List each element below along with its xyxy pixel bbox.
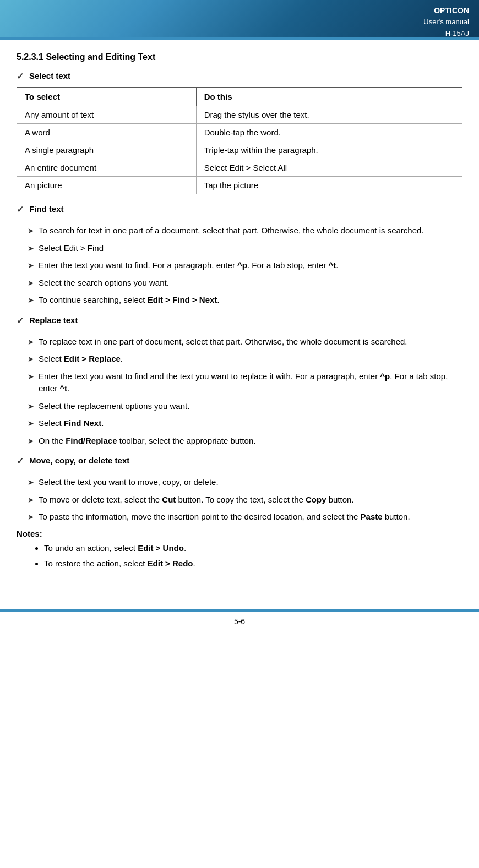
select-table: To select Do this Any amount of textDrag… (17, 87, 462, 194)
select-text-label: Select text (29, 71, 70, 80)
find-text-heading-wrapper: ✓ Find text (17, 204, 462, 215)
replace-text-heading-wrapper: ✓ Replace text (17, 315, 462, 326)
list-item: ➤To move or delete text, select the Cut … (28, 494, 462, 506)
find-text-label: Find text (29, 204, 64, 214)
select-text-heading: ✓ Select text (17, 71, 462, 81)
arrow-icon: ➤ (28, 243, 34, 254)
brand-name: OPTICON (423, 4, 469, 17)
table-cell-col1: A word (17, 124, 197, 141)
list-item: ➤Select the text you want to move, copy,… (28, 476, 462, 489)
table-cell-col2: Drag the stylus over the text. (196, 106, 462, 124)
table-header-col2: Do this (196, 88, 462, 106)
list-item-text: Select Edit > Replace. (39, 353, 123, 365)
table-cell-col2: Double-tap the word. (196, 124, 462, 141)
table-cell-col1: An entire document (17, 159, 197, 177)
table-row: A wordDouble-tap the word. (17, 124, 462, 141)
table-cell-col1: Any amount of text (17, 106, 197, 124)
move-copy-list: ➤Select the text you want to move, copy,… (17, 476, 462, 523)
main-content: 5.2.3.1 Selecting and Editing Text ✓ Sel… (0, 40, 479, 592)
table-cell-col2: Triple-tap within the paragraph. (196, 141, 462, 159)
list-item: ➤Select Edit > Replace. (28, 353, 462, 365)
header-background (0, 0, 479, 37)
arrow-icon: ➤ (28, 294, 34, 306)
arrow-icon: ➤ (28, 336, 34, 348)
list-item-text: Select the text you want to move, copy, … (39, 476, 219, 489)
table-cell-col2: Tap the picture (196, 177, 462, 194)
table-row: An pictureTap the picture (17, 177, 462, 194)
replace-text-label: Replace text (29, 315, 78, 325)
checkmark-icon: ✓ (17, 71, 24, 81)
table-row: An entire documentSelect Edit > Select A… (17, 159, 462, 177)
checkmark-find-icon: ✓ (17, 204, 24, 215)
list-item-text: To continue searching, select Edit > Fin… (39, 294, 219, 307)
list-item: ➤To paste the information, move the inse… (28, 511, 462, 523)
list-item-text: Select the search options you want. (39, 277, 169, 290)
table-row: A single paragraphTriple-tap within the … (17, 141, 462, 159)
table-cell-col1: An picture (17, 177, 197, 194)
list-item-text: Enter the text you want to find. For a p… (39, 259, 339, 272)
model-label: H-15AJ (423, 28, 469, 37)
notes-label: Notes: (17, 529, 462, 538)
list-item: ➤Select the replacement options you want… (28, 400, 462, 413)
checkmark-move-icon: ✓ (17, 456, 24, 466)
table-cell-col2: Select Edit > Select All (196, 159, 462, 177)
list-item-text: To paste the information, move the inser… (39, 511, 410, 523)
note-item: To restore the action, select Edit > Red… (44, 557, 462, 570)
list-item-text: Enter the text you want to find and the … (39, 370, 462, 395)
arrow-icon: ➤ (28, 225, 34, 237)
list-item-text: To move or delete text, select the Cut b… (39, 494, 354, 506)
arrow-icon: ➤ (28, 511, 34, 523)
arrow-icon: ➤ (28, 260, 34, 271)
arrow-icon: ➤ (28, 477, 34, 488)
arrow-icon: ➤ (28, 494, 34, 506)
list-item: ➤Select the search options you want. (28, 277, 462, 290)
note-item: To undo an action, select Edit > Undo. (44, 542, 462, 555)
list-item-text: On the Find/Replace toolbar, select the … (39, 435, 255, 447)
move-copy-heading-wrapper: ✓ Move, copy, or delete text (17, 456, 462, 466)
arrow-icon: ➤ (28, 353, 34, 365)
list-item-text: Select the replacement options you want. (39, 400, 189, 413)
list-item-text: Select Find Next. (39, 417, 104, 430)
list-item: ➤To replace text in one part of document… (28, 336, 462, 348)
list-item: ➤On the Find/Replace toolbar, select the… (28, 435, 462, 447)
notes-list: To undo an action, select Edit > Undo.To… (17, 542, 462, 570)
list-item: ➤Enter the text you want to find and the… (28, 370, 462, 395)
arrow-icon: ➤ (28, 401, 34, 412)
table-header-col1: To select (17, 88, 197, 106)
find-text-list: ➤To search for text in one part of a doc… (17, 225, 462, 307)
list-item: ➤Enter the text you want to find. For a … (28, 259, 462, 272)
manual-label: User's manual (423, 17, 469, 28)
list-item-text: To search for text in one part of a docu… (39, 225, 424, 237)
table-cell-col1: A single paragraph (17, 141, 197, 159)
footer-page-number: 5-6 (0, 612, 479, 634)
table-row: Any amount of textDrag the stylus over t… (17, 106, 462, 124)
arrow-icon: ➤ (28, 418, 34, 429)
list-item: ➤To continue searching, select Edit > Fi… (28, 294, 462, 307)
page-header: OPTICON User's manual H-15AJ (0, 0, 479, 37)
arrow-icon: ➤ (28, 435, 34, 447)
list-item: ➤To search for text in one part of a doc… (28, 225, 462, 237)
replace-text-list: ➤To replace text in one part of document… (17, 336, 462, 447)
header-info: OPTICON User's manual H-15AJ (423, 4, 469, 37)
arrow-icon: ➤ (28, 277, 34, 289)
list-item: ➤Select Find Next. (28, 417, 462, 430)
list-item: ➤Select Edit > Find (28, 242, 462, 255)
section-heading: 5.2.3.1 Selecting and Editing Text (17, 52, 462, 62)
list-item-text: Select Edit > Find (39, 242, 104, 255)
checkmark-replace-icon: ✓ (17, 315, 24, 326)
move-copy-label: Move, copy, or delete text (29, 456, 129, 465)
list-item-text: To replace text in one part of document,… (39, 336, 407, 348)
arrow-icon: ➤ (28, 371, 34, 383)
